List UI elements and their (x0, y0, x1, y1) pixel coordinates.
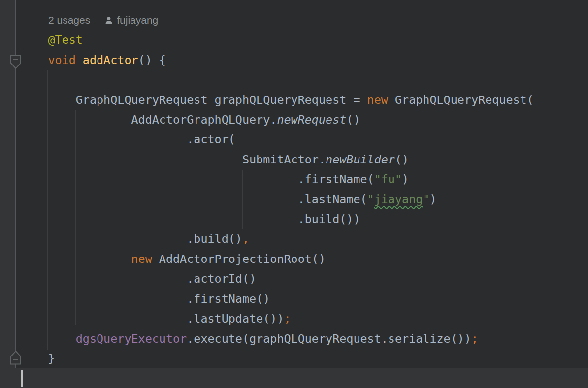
code-line: .firstName() (20, 289, 588, 309)
code-token-keyword: new (131, 252, 152, 266)
code-line: .actor( (20, 129, 588, 149)
code-line: dgsQueryExecutor.execute(graphQLQueryReq… (20, 329, 588, 349)
code-token: ) (402, 172, 409, 186)
code-token-keyword: new (367, 93, 388, 107)
code-token-punctuation: , (242, 232, 249, 246)
code-token: GraphQLQueryRequest graphQLQueryRequest … (20, 93, 367, 107)
code-token (20, 33, 48, 47)
code-token (76, 53, 83, 67)
code-token: .lastName( (20, 193, 367, 206)
code-token: AddActorProjectionRoot() (152, 252, 326, 266)
code-token (20, 332, 76, 346)
code-token (20, 53, 48, 67)
code-token: .actorId() (20, 272, 256, 286)
code-token-static-method: newBuilder (326, 153, 395, 166)
code-token-string: " (367, 193, 374, 206)
code-token-string: " (423, 193, 429, 206)
code-token: ) (429, 193, 436, 206)
code-line: .lastName("jiayang") (20, 190, 588, 209)
code-line (20, 70, 588, 90)
code-line: new AddActorProjectionRoot() (20, 249, 588, 269)
code-vision-inlay-line: 2 usages fujiayang (20, 10, 588, 30)
code-token-method-declaration: addActor (83, 53, 138, 67)
code-token: () { (138, 53, 166, 67)
usages-hint[interactable]: 2 usages (48, 10, 90, 30)
code-token: AddActorGraphQLQuery. (20, 113, 277, 127)
code-line: .build(), (20, 229, 588, 249)
code-token-string-typo: jiayang (374, 193, 423, 206)
code-token: () (346, 113, 360, 127)
code-token-punctuation: ; (284, 312, 291, 325)
code-editor: 2 usages fujiayang @Test void addActor()… (0, 0, 588, 388)
code-token-string: "fu" (374, 172, 402, 186)
code-line: .firstName("fu") (20, 169, 588, 189)
code-line: .actorId() (20, 269, 588, 289)
person-icon (104, 16, 113, 25)
code-token: .build() (20, 232, 242, 246)
code-line: } (20, 349, 588, 368)
code-token: .execute(graphQLQueryRequest.serialize()… (187, 332, 471, 346)
code-token-field: dgsQueryExecutor (76, 332, 187, 346)
code-token: .actor( (20, 132, 235, 146)
code-token-annotation: @Test (48, 33, 82, 47)
code-text-area[interactable]: 2 usages fujiayang @Test void addActor()… (20, 10, 588, 368)
code-line: void addActor() { (20, 50, 588, 70)
code-token: .build()) (20, 212, 360, 226)
code-token: () (395, 153, 409, 166)
author-hint-label: fujiayang (117, 10, 158, 30)
code-lines: @Test void addActor() { GraphQLQueryRequ… (20, 30, 588, 368)
code-token: .firstName() (20, 292, 270, 306)
code-token: GraphQLQueryRequest( (388, 93, 534, 107)
code-line: .build()) (20, 209, 588, 229)
code-token-keyword: void (48, 53, 75, 67)
code-token: SubmitActor. (20, 153, 326, 166)
author-hint[interactable]: fujiayang (104, 10, 158, 30)
code-line: GraphQLQueryRequest graphQLQueryRequest … (20, 90, 588, 110)
text-caret (21, 370, 23, 387)
code-line: @Test (20, 30, 588, 50)
code-line: SubmitActor.newBuilder() (20, 150, 588, 169)
code-token-static-method: newRequest (277, 113, 346, 127)
code-line: AddActorGraphQLQuery.newRequest() (20, 110, 588, 129)
code-token: .lastUpdate()) (20, 312, 284, 325)
code-token (20, 252, 131, 266)
code-token: .firstName( (20, 172, 374, 186)
caret-row-highlight (0, 368, 588, 388)
code-line: .lastUpdate()); (20, 309, 588, 328)
code-token-punctuation: ; (471, 332, 478, 346)
code-token: } (20, 352, 55, 365)
